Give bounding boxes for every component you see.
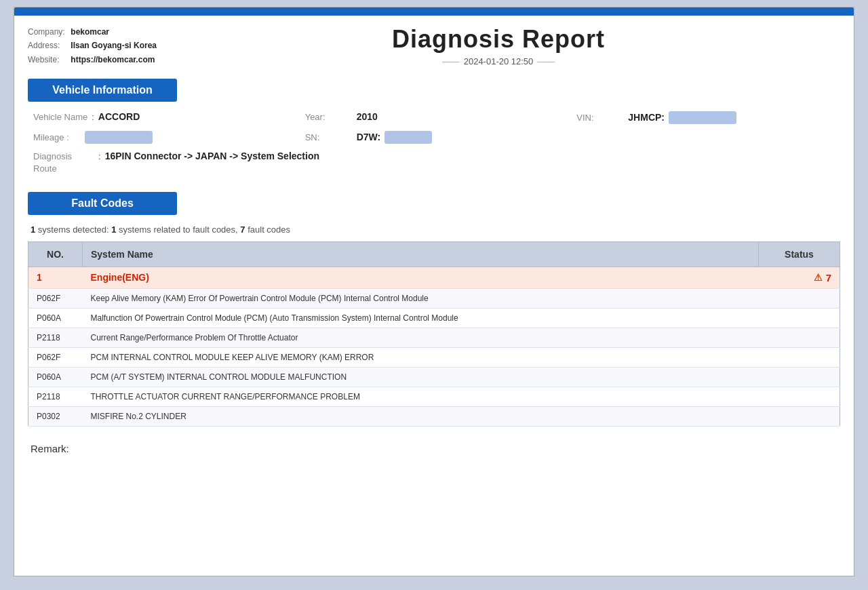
fault-table: NO. System Name Status 1 Engine(ENG) ⚠ 7 [28,241,840,427]
diag-route-row: DiagnosisRoute : 16PIN Connector -> JAPA… [28,151,840,175]
fault-code: P060A [28,308,83,328]
address-label: Address: [28,39,68,52]
year-value: 2010 [357,111,378,122]
fault-row: P2118 Current Range/Performance Problem … [28,328,840,347]
mileage-row: Mileage : [33,131,292,144]
vehicle-name-value: ACCORD [98,111,140,122]
diag-value: 16PIN Connector -> JAPAN -> System Selec… [105,151,319,161]
vin-prefix: JHMCP: [628,112,665,123]
report-container: Company: bekomcar Address: Ilsan Goyang-… [14,7,854,576]
vehicle-fields-row1: Vehicle Name : ACCORD Year: 2010 VIN: JH… [28,111,840,124]
fault-description: THROTTLE ACTUATOR CURRENT RANGE/PERFORMA… [83,387,840,406]
system-status: ⚠ 7 [759,267,840,288]
top-bar [14,7,854,16]
fault-code: P2118 [28,328,83,347]
status-badge: ⚠ 7 [767,272,832,283]
col-system-name: System Name [83,241,759,267]
fault-row: P2118 THROTTLE ACTUATOR CURRENT RANGE/PE… [28,387,840,406]
sn-row: SN: D7W: [305,131,564,144]
system-name: Engine(ENG) [83,267,759,288]
mileage-label: Mileage : [33,132,81,142]
vin-row: VIN: JHMCP: [576,111,835,124]
address-value: Ilsan Goyang-si Korea [71,41,157,50]
website-label: Website: [28,53,68,66]
fault-codes-header: Fault Codes [28,192,177,215]
fault-description: MISFIRE No.2 CYLINDER [83,406,840,426]
vehicle-fields-row2: Mileage : SN: D7W: [28,131,840,144]
system-no: 1 [28,267,83,288]
remark-label: Remark: [31,443,69,454]
fault-description: Current Range/Performance Problem Of Thr… [83,328,840,347]
vin-redacted [669,111,736,124]
fault-row: P062F PCM INTERNAL CONTROL MODULE KEEP A… [28,347,840,367]
remark-section: Remark: [28,443,840,454]
diag-label: DiagnosisRoute [33,151,94,175]
year-row: Year: 2010 [305,111,564,124]
website-value: https://bekomcar.com [71,55,155,64]
vin-label: VIN: [576,113,624,123]
year-label: Year: [305,112,353,122]
fault-codes-count: 7 [240,224,245,235]
report-header: Company: bekomcar Address: Ilsan Goyang-… [28,25,840,66]
sn-redacted [384,131,432,144]
fault-row: P062F Keep Alive Memory (KAM) Error Of P… [28,288,840,308]
mileage-redacted [85,131,153,144]
fault-code: P2118 [28,387,83,406]
vehicle-name-row: Vehicle Name : ACCORD [33,111,292,124]
report-title: Diagnosis Report [157,25,840,54]
fault-row: P060A Malfunction Of Powertrain Control … [28,308,840,328]
company-info: Company: bekomcar Address: Ilsan Goyang-… [28,25,157,66]
fault-related: 1 [111,224,116,235]
fault-code: P060A [28,367,83,387]
fault-code: P062F [28,288,83,308]
sn-label: SN: [305,132,353,142]
fault-summary: 1 systems detected: 1 systems related to… [28,224,840,235]
report-title-block: Diagnosis Report 2024-01-20 12:50 [157,25,840,66]
col-no: NO. [28,241,83,267]
fault-code: P0302 [28,406,83,426]
warning-icon: ⚠ [814,272,823,283]
fault-description: Malfunction Of Powertrain Control Module… [83,308,840,328]
report-date: 2024-01-20 12:50 [157,56,840,66]
fault-description: PCM (A/T SYSTEM) INTERNAL CONTROL MODULE… [83,367,840,387]
fault-description: PCM INTERNAL CONTROL MODULE KEEP ALIVE M… [83,347,840,367]
vehicle-info-section: Vehicle Information Vehicle Name : ACCOR… [28,79,840,175]
sn-prefix: D7W: [357,132,381,142]
fault-total: 1 [31,224,35,235]
fault-codes-section: Fault Codes 1 systems detected: 1 system… [28,192,840,427]
fault-row: P0302 MISFIRE No.2 CYLINDER [28,406,840,426]
fault-description: Keep Alive Memory (KAM) Error Of Powertr… [83,288,840,308]
vehicle-info-header: Vehicle Information [28,79,177,102]
company-value: bekomcar [71,27,109,37]
table-header-row: NO. System Name Status [28,241,840,267]
company-label: Company: [28,25,68,39]
col-status: Status [759,241,840,267]
fault-code: P062F [28,347,83,367]
status-count: 7 [826,272,831,283]
system-row: 1 Engine(ENG) ⚠ 7 [28,267,840,288]
fault-row: P060A PCM (A/T SYSTEM) INTERNAL CONTROL … [28,367,840,387]
vehicle-name-label: Vehicle Name [33,112,87,122]
